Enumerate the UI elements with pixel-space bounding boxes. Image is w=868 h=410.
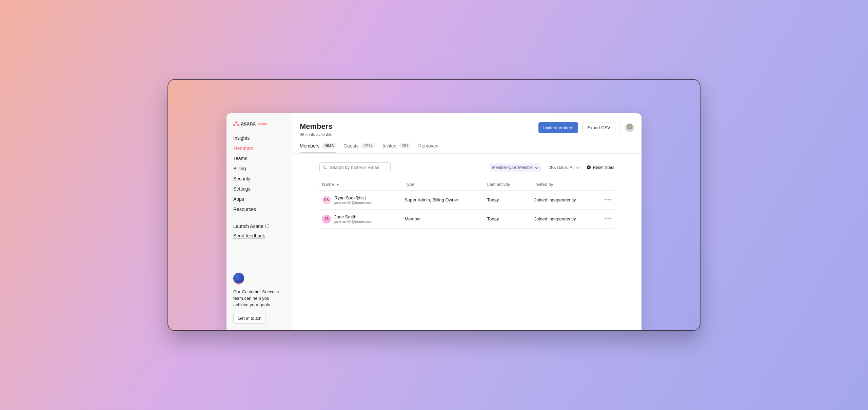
sidebar-footer: Our Customer Success team can help you a… — [226, 273, 292, 324]
send-feedback-link[interactable]: Send feedback — [226, 231, 292, 240]
members-table: Name Type Last activity Invited by RSRya… — [319, 178, 614, 229]
sidebar: asana ADMIN Insights Members Teams Billi… — [226, 113, 292, 330]
member-name: Ryan Ssdkfjdskj — [334, 195, 372, 200]
sidebar-item-members[interactable]: Members — [226, 143, 292, 153]
sidebar-nav: Insights Members Teams Billing Security … — [226, 133, 292, 214]
member-type: Member — [402, 210, 484, 229]
column-header-activity[interactable]: Last activity — [485, 178, 532, 191]
search-icon — [323, 165, 327, 170]
members-table-wrap: Name Type Last activity Invited by RSRya… — [292, 178, 642, 229]
filter-member-type-label: Member type: Member — [492, 165, 533, 170]
sidebar-item-settings[interactable]: Settings — [226, 184, 292, 194]
sort-desc-icon — [336, 184, 339, 186]
main-content: Members 98 seats available Invite member… — [292, 113, 642, 330]
invite-members-button[interactable]: Invite members — [538, 122, 578, 133]
filter-member-type[interactable]: Member type: Member — [489, 163, 541, 172]
get-in-touch-button[interactable]: Get in touch — [233, 313, 266, 324]
reset-filters-button[interactable]: Reset filters — [587, 165, 614, 170]
column-header-actions — [602, 178, 614, 191]
table-row[interactable]: RSRyan Ssdkfjdskjjane.smith@acme.comSupe… — [319, 191, 614, 210]
tab-guests[interactable]: Guests 2214 — [343, 143, 375, 153]
column-header-name[interactable]: Name — [319, 178, 402, 191]
row-more-button[interactable]: ••• — [602, 210, 614, 229]
tab-removed[interactable]: Removed — [418, 143, 438, 153]
member-activity: Today — [485, 191, 532, 210]
row-more-button[interactable]: ••• — [602, 191, 614, 210]
reset-icon — [587, 165, 591, 170]
tabs: Members 5643 Guests 2214 Invited 361 Rem… — [292, 137, 642, 154]
sidebar-item-apps[interactable]: Apps — [226, 194, 292, 204]
member-activity: Today — [485, 210, 532, 229]
tab-invited-count: 361 — [399, 143, 411, 149]
tab-invited[interactable]: Invited 361 — [382, 143, 411, 153]
member-email: jane.smith@acme.com — [334, 219, 372, 223]
svg-line-1 — [326, 168, 327, 169]
launch-asana-link[interactable]: Launch Asana — [226, 221, 292, 231]
column-header-invited[interactable]: Invited by — [532, 178, 603, 191]
seats-available: 98 seats available — [300, 132, 333, 137]
column-header-type[interactable]: Type — [402, 178, 484, 191]
tab-guests-label: Guests — [343, 143, 358, 149]
filter-2fa-label: 2FA status: All — [549, 165, 574, 170]
asana-logo-icon — [233, 121, 239, 126]
sidebar-item-billing[interactable]: Billing — [226, 163, 292, 174]
logo-admin-badge: ADMIN — [258, 122, 268, 125]
sidebar-item-security[interactable]: Security — [226, 174, 292, 184]
logo: asana ADMIN — [226, 121, 292, 133]
table-row[interactable]: JSJane Smithjane.smith@acme.comMemberTod… — [319, 210, 614, 229]
tab-guests-count: 2214 — [361, 143, 375, 149]
customer-success-illustration — [233, 273, 244, 284]
member-name: Jane Smith — [334, 214, 372, 219]
filter-toolbar: Member type: Member 2FA status: All Rese… — [292, 154, 642, 178]
member-invited-by: Joined independently — [532, 210, 603, 229]
reset-filters-label: Reset filters — [593, 165, 614, 170]
launch-asana-label: Launch Asana — [233, 223, 263, 229]
member-type: Super Admin, Billing Owner — [402, 191, 484, 210]
current-user-avatar[interactable] — [625, 123, 634, 132]
member-avatar: JS — [322, 215, 331, 223]
svg-point-0 — [323, 166, 326, 168]
filter-2fa-status[interactable]: 2FA status: All — [545, 163, 582, 172]
tab-members-label: Members — [300, 143, 319, 149]
page-title: Members — [300, 122, 333, 131]
member-avatar: RS — [322, 196, 331, 204]
sidebar-item-insights[interactable]: Insights — [226, 133, 292, 143]
sidebar-item-teams[interactable]: Teams — [226, 153, 292, 163]
logo-brand: asana — [241, 121, 256, 127]
sidebar-divider — [233, 218, 285, 218]
sidebar-item-resources[interactable]: Resources — [226, 204, 292, 214]
tab-members[interactable]: Members 5643 — [300, 143, 336, 153]
header-divider — [620, 123, 620, 133]
member-email: jane.smith@acme.com — [334, 200, 372, 204]
page-header: Members 98 seats available Invite member… — [292, 113, 642, 137]
customer-success-text: Our Customer Success team can help you a… — [233, 289, 285, 308]
chevron-down-icon — [535, 165, 538, 169]
header-actions: Invite members Export CSV — [538, 122, 634, 133]
tab-removed-label: Removed — [418, 143, 438, 149]
tab-members-count: 5643 — [322, 143, 336, 149]
chevron-down-icon — [576, 165, 579, 169]
member-invited-by: Joined independently — [532, 191, 603, 210]
external-link-icon — [265, 224, 269, 228]
export-csv-button[interactable]: Export CSV — [582, 122, 615, 133]
search-input[interactable] — [330, 165, 387, 170]
tab-invited-label: Invited — [382, 143, 396, 149]
search-box[interactable] — [319, 162, 391, 172]
